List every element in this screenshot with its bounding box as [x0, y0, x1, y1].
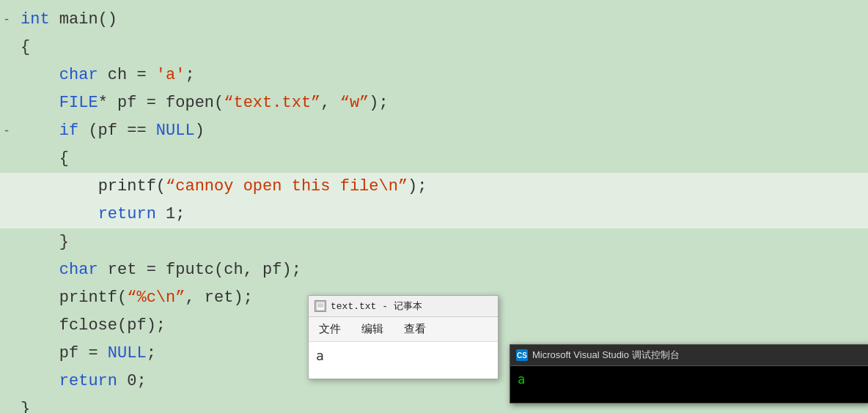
notepad-menubar: 文件 编辑 查看 — [309, 317, 498, 342]
code-editor: -int main(){ char ch = 'a'; FILE* pf = f… — [0, 0, 868, 413]
code-token: ); — [408, 177, 427, 196]
code-token: printf( — [98, 177, 166, 196]
code-token: char — [59, 66, 98, 84]
vs-console-content: a — [510, 366, 868, 403]
code-token: () — [98, 10, 117, 29]
code-token: “w” — [340, 94, 369, 112]
code-token: * pf — [98, 94, 147, 112]
notepad-menu-edit[interactable]: 编辑 — [351, 320, 394, 338]
code-line: } — [0, 228, 868, 256]
code-token — [147, 122, 156, 140]
line-content: { — [13, 34, 30, 62]
notepad-popup[interactable]: text.txt - 记事本 文件 编辑 查看 a — [308, 295, 499, 379]
code-line: char ret = fputc(ch, pf); — [0, 256, 868, 284]
line-content: printf(“%c\n”, ret); — [13, 284, 253, 312]
line-content: return 0; — [13, 368, 147, 395]
code-token: = — [147, 94, 156, 112]
vs-console-popup[interactable]: CS Microsoft Visual Studio 调试控制台 a — [510, 344, 868, 403]
notepad-content: a — [309, 342, 498, 379]
code-token: = — [136, 66, 146, 84]
code-line: FILE* pf = fopen(“text.txt”, “w”); — [0, 89, 868, 117]
code-token: FILE — [59, 94, 98, 112]
notepad-title: text.txt - 记事本 — [331, 299, 422, 313]
line-content: if (pf == NULL) — [13, 117, 205, 145]
code-token: } — [21, 400, 30, 413]
code-token: if — [59, 122, 78, 140]
vs-console-text: a — [518, 372, 525, 387]
code-token: char — [59, 261, 98, 279]
code-token: } — [59, 233, 69, 251]
line-content: FILE* pf = fopen(“text.txt”, “w”); — [13, 89, 389, 117]
svg-rect-0 — [316, 302, 325, 310]
code-token: , ret); — [185, 289, 252, 307]
code-token: “cannoy open this file\n” — [166, 177, 408, 196]
code-token: NULL — [108, 344, 147, 362]
line-content: printf(“cannoy open this file\n”); — [13, 173, 427, 201]
code-token: int — [21, 10, 50, 29]
code-token: pf — [59, 344, 89, 362]
line-content: { — [13, 145, 69, 173]
code-token: == — [127, 122, 146, 140]
code-token: main — [50, 10, 98, 29]
code-token: 'a' — [156, 66, 185, 84]
line-content: } — [13, 395, 30, 413]
notepad-menu-view[interactable]: 查看 — [394, 320, 436, 338]
vs-console-titlebar: CS Microsoft Visual Studio 调试控制台 — [510, 345, 868, 366]
line-content: fclose(pf); — [13, 312, 166, 340]
code-token — [147, 66, 156, 84]
code-token: fputc(ch, pf); — [156, 261, 301, 279]
notepad-icon — [315, 300, 326, 312]
notepad-text: a — [316, 348, 324, 363]
code-line: - if (pf == NULL) — [0, 117, 868, 145]
code-token: fopen( — [156, 94, 224, 112]
code-token: ; — [147, 344, 156, 362]
line-content: int main() — [13, 6, 117, 34]
code-line: return 1; — [0, 201, 868, 228]
code-line: { — [0, 145, 868, 173]
line-indicator: - — [0, 6, 13, 34]
code-token — [98, 344, 108, 362]
vs-icon: CS — [516, 349, 528, 361]
code-token: printf( — [59, 289, 127, 307]
code-token: “%c\n” — [127, 289, 185, 307]
code-token: , — [320, 94, 339, 112]
code-token: fclose(pf); — [59, 316, 166, 335]
code-token: 0; — [117, 372, 147, 390]
line-indicator: - — [0, 117, 13, 145]
code-line: -int main() — [0, 6, 868, 34]
code-token: = — [147, 261, 156, 279]
line-content: pf = NULL; — [13, 340, 156, 368]
notepad-titlebar: text.txt - 记事本 — [309, 296, 498, 317]
code-token: (pf — [78, 122, 127, 140]
code-token: { — [21, 38, 30, 56]
line-content: return 1; — [13, 201, 185, 228]
code-token: ret — [98, 261, 147, 279]
code-token: { — [59, 149, 69, 168]
code-token: ch — [98, 66, 137, 84]
code-token: 1; — [156, 205, 185, 223]
notepad-menu-file[interactable]: 文件 — [309, 320, 351, 338]
line-content: char ch = 'a'; — [13, 62, 195, 89]
code-token: ) — [195, 122, 205, 140]
code-token: NULL — [156, 122, 195, 140]
line-content: } — [13, 228, 69, 256]
code-token: return — [98, 205, 156, 223]
line-content: char ret = fputc(ch, pf); — [13, 256, 301, 284]
code-line: printf(“cannoy open this file\n”); — [0, 173, 868, 201]
code-token: return — [59, 372, 117, 390]
code-token: ; — [185, 66, 194, 84]
code-line: { — [0, 34, 868, 62]
code-token: ); — [369, 94, 388, 112]
vs-console-title: Microsoft Visual Studio 调试控制台 — [532, 349, 680, 362]
code-line: char ch = 'a'; — [0, 62, 868, 89]
code-token: “text.txt” — [224, 94, 320, 112]
code-token: = — [88, 344, 98, 362]
